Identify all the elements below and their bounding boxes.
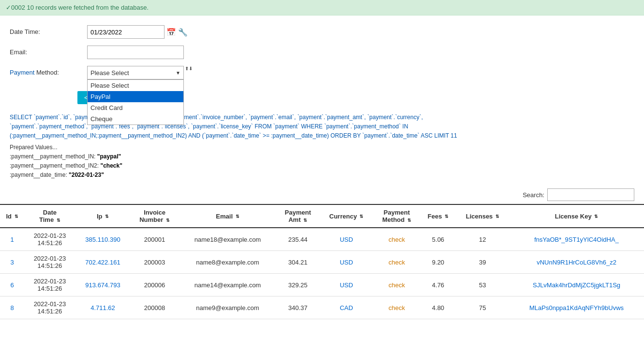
col-currency[interactable]: Currency ⇅ (319, 204, 373, 228)
param3: :payment__date_time: "2022-01-23" (10, 171, 634, 180)
cell-currency: USD (319, 251, 373, 274)
table-row: 3 2022-01-2314:51:26 702.422.161 200003 … (0, 251, 644, 274)
cell-invoice: 200008 (130, 296, 179, 319)
calendar-icon[interactable]: 📅 (166, 28, 176, 37)
col-payment-amt[interactable]: PaymentAmt ⇅ (276, 204, 319, 228)
email-label: Email: (10, 46, 87, 56)
col-id[interactable]: Id ⇅ (0, 204, 24, 228)
cell-ip[interactable]: 913.674.793 (75, 274, 130, 296)
datetime-wrapper: 📅 🔧 (87, 25, 188, 39)
cell-fees: 4.76 (420, 274, 456, 296)
col-invoice-number[interactable]: InvoiceNumber ⇅ (130, 204, 179, 228)
dropdown-list: Please Select PayPal Credit Card Cheque (87, 79, 184, 125)
param3-value: "2022-01-23" (69, 171, 104, 178)
cell-email: name18@example.com (179, 228, 276, 251)
col-licenses[interactable]: Licenses ⇅ (456, 204, 509, 228)
sort-icon-pm: ⇅ (407, 218, 411, 223)
payment-method-row: Payment Method: Please Select ▼ Please S… (10, 66, 634, 79)
cell-currency: USD (319, 228, 373, 251)
param2: :payment__payment_method_IN2: "check" (10, 161, 634, 171)
col-date-time[interactable]: DateTime ⇅ (24, 204, 75, 228)
cell-licenses: 53 (456, 274, 509, 296)
form-section: Date Time: 📅 🔧 Email: Payment Method: Pl… (0, 16, 644, 91)
dropdown-option-credit-card[interactable]: Credit Card (88, 102, 183, 113)
cell-invoice: 200003 (130, 251, 179, 274)
cell-licenses: 39 (456, 251, 509, 274)
notification-bar: ✓0002 10 records were fetched from the d… (0, 0, 644, 16)
sort-icon-lk: ⇅ (594, 214, 598, 219)
cell-fees: 9.20 (420, 251, 456, 274)
email-input[interactable] (87, 46, 184, 59)
cell-datetime: 2022-01-2314:51:26 (24, 228, 75, 251)
col-email[interactable]: Email ⇅ (179, 204, 276, 228)
cell-amt: 235.44 (276, 228, 319, 251)
dropdown-selected-label: Please Select (90, 69, 129, 77)
cell-invoice: 200006 (130, 274, 179, 296)
sort-icon-inv: ⇅ (166, 218, 170, 223)
table-header: Id ⇅ DateTime ⇅ Ip ⇅ InvoiceNumber ⇅ Ema… (0, 204, 644, 228)
table-row: 1 2022-01-2314:51:26 385.110.390 200001 … (0, 228, 644, 251)
cell-email: name8@example.com (179, 251, 276, 274)
sort-icon-ip: ⇅ (105, 214, 109, 219)
cell-method: check (374, 274, 420, 296)
sort-icon-amt: ⇅ (303, 218, 307, 223)
cell-license-key: MLaPs0nppa1KdAqNFYh9bUvws (509, 296, 644, 319)
notification-message: ✓0002 10 records were fetched from the d… (6, 4, 149, 11)
cell-licenses: 75 (456, 296, 509, 319)
cell-licenses: 12 (456, 228, 509, 251)
cell-currency: USD (319, 274, 373, 296)
cell-ip[interactable]: 385.110.390 (75, 228, 130, 251)
payment-method-label: Payment Method: (10, 66, 87, 76)
dropdown-option-please-select[interactable]: Please Select (88, 80, 183, 91)
cell-amt: 329.25 (276, 274, 319, 296)
cell-amt: 304.21 (276, 251, 319, 274)
param2-value: "check" (100, 162, 122, 169)
cell-datetime: 2022-01-2314:51:26 (24, 251, 75, 274)
payment-method-dropdown[interactable]: Please Select ▼ Please Select PayPal Cre… (87, 66, 184, 79)
cell-fees: 4.80 (420, 296, 456, 319)
datetime-label: Date Time: (10, 25, 87, 35)
cell-currency: CAD (319, 296, 373, 319)
cell-id: 8 (0, 296, 24, 319)
search-label: Search: (523, 191, 544, 199)
dropdown-header[interactable]: Please Select ▼ (87, 66, 184, 79)
cell-method: check (374, 251, 420, 274)
prepared-label: Prepared Values... (10, 143, 634, 152)
param1-value: "paypal" (97, 153, 121, 160)
chevron-down-icon: ▼ (176, 70, 180, 76)
cell-email: name9@example.com (179, 296, 276, 319)
search-bar: Search: (0, 184, 644, 204)
cell-license-key: SJLvMak4hrDdMjZC5jgkLT1Sg (509, 274, 644, 296)
sort-icon-dt: ⇅ (57, 218, 60, 223)
sort-icon-fees: ⇅ (445, 214, 449, 219)
table-row: 8 2022-01-2314:51:26 4.711.62 200008 nam… (0, 296, 644, 319)
cell-ip[interactable]: 4.711.62 (75, 296, 130, 319)
col-ip[interactable]: Ip ⇅ (75, 204, 130, 228)
cell-id: 6 (0, 274, 24, 296)
param1: :payment__payment_method_IN: "paypal" (10, 152, 634, 161)
dropdown-option-cheque[interactable]: Cheque (88, 113, 183, 125)
wrench-icon[interactable]: 🔧 (178, 28, 188, 37)
col-fees[interactable]: Fees ⇅ (420, 204, 456, 228)
col-payment-method[interactable]: PaymentMethod ⇅ (374, 204, 420, 228)
scroll-icon: ⬆⬇ (185, 66, 193, 71)
cell-datetime: 2022-01-2314:51:26 (24, 274, 75, 296)
cell-amt: 340.37 (276, 296, 319, 319)
table-row: 6 2022-01-2314:51:26 913.674.793 200006 … (0, 274, 644, 296)
dropdown-option-paypal[interactable]: PayPal (88, 91, 183, 102)
table-body: 1 2022-01-2314:51:26 385.110.390 200001 … (0, 228, 644, 319)
search-input[interactable] (547, 188, 634, 201)
datetime-input[interactable] (87, 25, 165, 39)
cell-fees: 5.06 (420, 228, 456, 251)
datetime-row: Date Time: 📅 🔧 (10, 25, 634, 39)
col-license-key[interactable]: License Key ⇅ (509, 204, 644, 228)
data-table: Id ⇅ DateTime ⇅ Ip ⇅ InvoiceNumber ⇅ Ema… (0, 204, 644, 319)
sort-icon-id: ⇅ (15, 214, 18, 219)
email-row: Email: (10, 46, 634, 59)
cell-email: name14@example.com (179, 274, 276, 296)
cell-ip[interactable]: 702.422.161 (75, 251, 130, 274)
table-container: Id ⇅ DateTime ⇅ Ip ⇅ InvoiceNumber ⇅ Ema… (0, 204, 644, 319)
cell-license-key: vNUnN9R1HrCoLG8Vh6_z2 (509, 251, 644, 274)
cell-method: check (374, 228, 420, 251)
cell-id: 3 (0, 251, 24, 274)
